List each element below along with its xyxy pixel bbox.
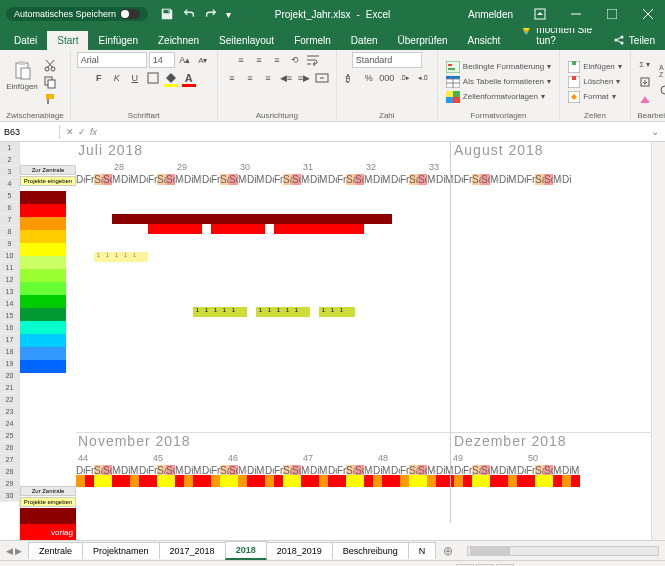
palette-color-13[interactable] bbox=[20, 360, 66, 373]
cal-cell[interactable] bbox=[265, 475, 274, 487]
row-header[interactable]: 10 bbox=[0, 250, 19, 262]
row-header[interactable]: 16 bbox=[0, 322, 19, 334]
gantt-bar-red-3[interactable] bbox=[274, 224, 364, 234]
zur-zentrale-button-2[interactable]: Zur Zentrale bbox=[20, 486, 76, 496]
ribbon-options-icon[interactable] bbox=[523, 0, 557, 28]
tab-ansicht[interactable]: Ansicht bbox=[458, 31, 511, 50]
cal-cell[interactable] bbox=[166, 475, 175, 487]
cal-cell[interactable] bbox=[391, 475, 400, 487]
font-size-combo[interactable]: 14 bbox=[149, 52, 175, 68]
qat-dropdown-icon[interactable]: ▾ bbox=[226, 9, 231, 20]
sheet-tab-beschreibung[interactable]: Beschreibung bbox=[332, 542, 409, 559]
enter-formula-icon[interactable]: ✓ bbox=[78, 127, 86, 137]
row-header[interactable]: 14 bbox=[0, 298, 19, 310]
tab-zeichnen[interactable]: Zeichnen bbox=[148, 31, 209, 50]
palette2-color-1[interactable]: vorlag bbox=[20, 524, 76, 540]
cal-cell[interactable] bbox=[481, 475, 490, 487]
cal-cell[interactable] bbox=[328, 475, 337, 487]
cal-cell[interactable] bbox=[130, 475, 139, 487]
cal-cell[interactable] bbox=[310, 475, 319, 487]
underline-icon[interactable]: U bbox=[127, 70, 143, 86]
decrease-indent-icon[interactable]: ◀≡ bbox=[278, 70, 294, 86]
cal-cell[interactable] bbox=[139, 475, 148, 487]
palette-color-2[interactable] bbox=[20, 217, 66, 230]
cal-cell[interactable] bbox=[76, 475, 85, 487]
add-sheet-button[interactable]: ⊕ bbox=[435, 544, 461, 558]
cal-cell[interactable] bbox=[454, 475, 463, 487]
format-as-table-button[interactable]: Als Tabelle formatieren ▾ bbox=[444, 75, 553, 89]
autosum-icon[interactable]: Σ ▾ bbox=[637, 57, 653, 73]
minimize-button[interactable] bbox=[559, 0, 593, 28]
row-header[interactable]: 12 bbox=[0, 274, 19, 286]
cal-cell[interactable] bbox=[337, 475, 346, 487]
palette-color-19[interactable] bbox=[20, 438, 66, 451]
currency-icon[interactable]: ₿ bbox=[343, 70, 359, 86]
cal-cell[interactable] bbox=[499, 475, 508, 487]
row-header[interactable]: 6 bbox=[0, 202, 19, 214]
row-header[interactable]: 25 bbox=[0, 430, 19, 442]
zur-zentrale-button[interactable]: Zur Zentrale bbox=[20, 165, 76, 175]
cal-cell[interactable] bbox=[382, 475, 391, 487]
palette-color-11[interactable] bbox=[20, 334, 66, 347]
autosave-toggle[interactable]: Automatisches Speichern bbox=[6, 7, 148, 21]
palette-color-4[interactable] bbox=[20, 243, 66, 256]
align-left-icon[interactable]: ≡ bbox=[224, 70, 240, 86]
row-header[interactable]: 5 bbox=[0, 190, 19, 202]
cal-cell[interactable] bbox=[157, 475, 166, 487]
cal-cell[interactable] bbox=[571, 475, 580, 487]
cal-cell[interactable] bbox=[517, 475, 526, 487]
cal-cell[interactable] bbox=[355, 475, 364, 487]
cal-cell[interactable] bbox=[202, 475, 211, 487]
row-header[interactable]: 9 bbox=[0, 238, 19, 250]
sort-filter-icon[interactable]: AZ bbox=[657, 61, 665, 81]
row-header[interactable]: 15 bbox=[0, 310, 19, 322]
comma-icon[interactable]: 000 bbox=[379, 70, 395, 86]
increase-indent-icon[interactable]: ≡▶ bbox=[296, 70, 312, 86]
row-header[interactable]: 27 bbox=[0, 454, 19, 466]
cal-cell[interactable] bbox=[256, 475, 265, 487]
spreadsheet-grid[interactable]: Juli 2018 August 2018 282930313233 DoFrS… bbox=[76, 142, 651, 540]
fill-color-icon[interactable] bbox=[163, 70, 179, 86]
cal-cell[interactable] bbox=[418, 475, 427, 487]
cal-cell[interactable] bbox=[211, 475, 220, 487]
gantt-bar-red-2[interactable] bbox=[211, 224, 265, 234]
palette-color-21[interactable] bbox=[20, 464, 66, 477]
cancel-formula-icon[interactable]: ✕ bbox=[66, 127, 74, 137]
row-header[interactable]: 3 bbox=[0, 166, 19, 178]
cal-cell[interactable] bbox=[436, 475, 445, 487]
palette-color-18[interactable] bbox=[20, 425, 66, 438]
copy-icon[interactable] bbox=[42, 74, 58, 90]
tab-ueberpruefen[interactable]: Überprüfen bbox=[388, 31, 458, 50]
sheet-area[interactable]: 1234567891011121314151617181920212223242… bbox=[0, 142, 665, 540]
cal-cell[interactable] bbox=[112, 475, 121, 487]
gantt-bar-green-3[interactable]: 111 bbox=[319, 307, 355, 317]
row-header[interactable]: 19 bbox=[0, 358, 19, 370]
sheet-tab-2017-2018[interactable]: 2017_2018 bbox=[159, 542, 226, 559]
row-header[interactable]: 24 bbox=[0, 418, 19, 430]
close-button[interactable] bbox=[631, 0, 665, 28]
decrease-decimal-icon[interactable]: ◂.0 bbox=[415, 70, 431, 86]
cell-styles-button[interactable]: Zellenformatvorlagen ▾ bbox=[444, 90, 553, 104]
row-header[interactable]: 11 bbox=[0, 262, 19, 274]
cal-cell[interactable] bbox=[94, 475, 103, 487]
row-header[interactable]: 23 bbox=[0, 406, 19, 418]
cal-cell[interactable] bbox=[490, 475, 499, 487]
name-box[interactable]: B63 bbox=[0, 125, 60, 139]
cal-cell[interactable] bbox=[121, 475, 130, 487]
horizontal-scrollbar[interactable] bbox=[467, 546, 659, 556]
wrap-text-icon[interactable] bbox=[305, 52, 321, 68]
row-header[interactable]: 1 bbox=[0, 142, 19, 154]
cal-cell[interactable] bbox=[409, 475, 418, 487]
tab-start[interactable]: Start bbox=[47, 31, 88, 50]
align-center-icon[interactable]: ≡ bbox=[242, 70, 258, 86]
insert-cells-button[interactable]: Einfügen ▾ bbox=[566, 60, 624, 74]
share-button[interactable]: Teilen bbox=[603, 30, 665, 50]
palette-color-14[interactable] bbox=[20, 373, 66, 386]
palette-color-3[interactable] bbox=[20, 230, 66, 243]
palette-color-12[interactable] bbox=[20, 347, 66, 360]
cal-cell[interactable] bbox=[364, 475, 373, 487]
cal-cell[interactable] bbox=[472, 475, 481, 487]
palette-color-16[interactable] bbox=[20, 399, 66, 412]
projekte-eingeben-button[interactable]: Projekte eingeben bbox=[20, 176, 76, 186]
number-format-combo[interactable]: Standard bbox=[352, 52, 422, 68]
